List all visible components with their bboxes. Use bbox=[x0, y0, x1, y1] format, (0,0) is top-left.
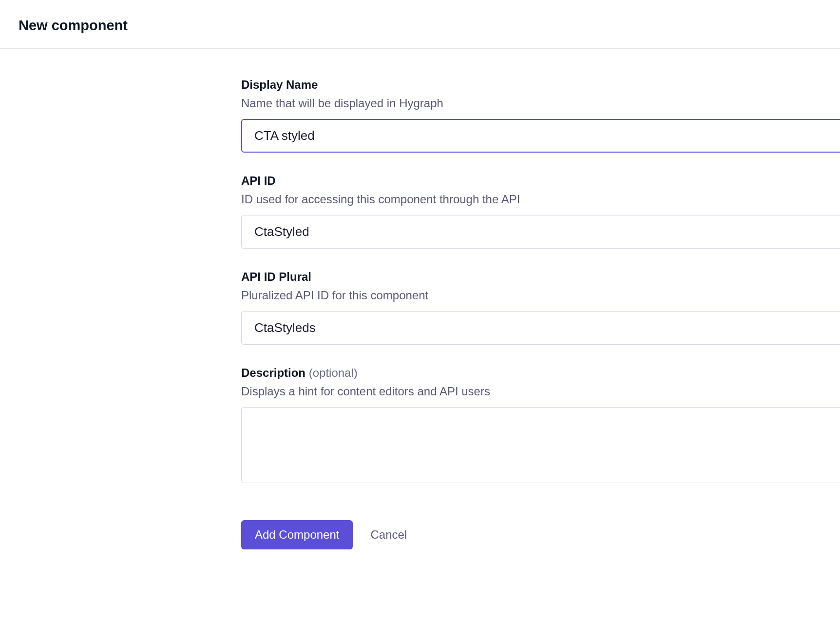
api-id-input[interactable] bbox=[241, 215, 840, 249]
field-display-name: Display Name Name that will be displayed… bbox=[241, 78, 840, 153]
field-description: Description (optional) Displays a hint f… bbox=[241, 366, 840, 485]
page-title: New component bbox=[19, 18, 821, 34]
button-row: Add Component Cancel bbox=[241, 520, 840, 549]
api-id-hint: ID used for accessing this component thr… bbox=[241, 193, 840, 206]
description-input[interactable] bbox=[241, 407, 840, 483]
form-inner: Display Name Name that will be displayed… bbox=[241, 78, 840, 549]
field-api-id: API ID ID used for accessing this compon… bbox=[241, 174, 840, 249]
form-container: Display Name Name that will be displayed… bbox=[103, 49, 737, 549]
api-id-plural-hint: Pluralized API ID for this component bbox=[241, 289, 840, 302]
field-api-id-plural: API ID Plural Pluralized API ID for this… bbox=[241, 270, 840, 345]
display-name-input[interactable] bbox=[241, 119, 840, 153]
cancel-button[interactable]: Cancel bbox=[370, 520, 407, 549]
description-hint: Displays a hint for content editors and … bbox=[241, 385, 840, 398]
api-id-label: API ID bbox=[241, 174, 840, 188]
display-name-hint: Name that will be displayed in Hygraph bbox=[241, 97, 840, 110]
description-label-text: Description bbox=[241, 366, 305, 379]
page-header: New component bbox=[0, 0, 840, 49]
add-component-button[interactable]: Add Component bbox=[241, 520, 353, 549]
display-name-label: Display Name bbox=[241, 78, 840, 92]
api-id-plural-label: API ID Plural bbox=[241, 270, 840, 284]
api-id-plural-input[interactable] bbox=[241, 311, 840, 345]
description-label: Description (optional) bbox=[241, 366, 840, 380]
description-optional-text: (optional) bbox=[309, 366, 358, 379]
